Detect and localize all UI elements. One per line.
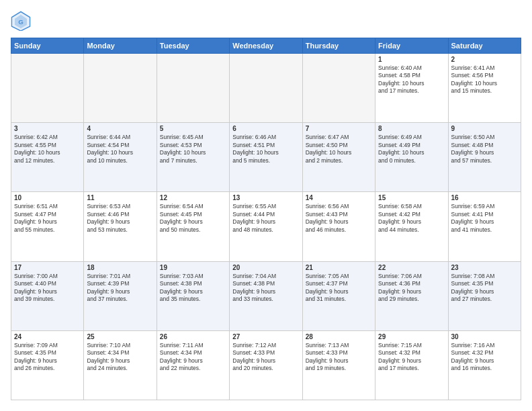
weekday-header-wednesday: Wednesday xyxy=(230,38,302,54)
day-number: 15 xyxy=(378,194,445,201)
day-info: Sunrise: 7:04 AM Sunset: 4:38 PM Dayligh… xyxy=(232,273,299,304)
calendar-cell xyxy=(84,54,157,123)
week-row-3: 10Sunrise: 6:51 AM Sunset: 4:47 PM Dayli… xyxy=(11,192,521,261)
calendar-cell: 5Sunrise: 6:45 AM Sunset: 4:53 PM Daylig… xyxy=(157,123,229,192)
day-number: 22 xyxy=(378,264,445,271)
calendar-cell: 29Sunrise: 7:15 AM Sunset: 4:32 PM Dayli… xyxy=(375,330,448,400)
day-info: Sunrise: 7:03 AM Sunset: 4:38 PM Dayligh… xyxy=(160,273,226,304)
header: G xyxy=(11,11,521,31)
day-number: 25 xyxy=(87,333,153,340)
day-number: 3 xyxy=(14,125,81,132)
logo: G xyxy=(11,11,34,31)
day-number: 24 xyxy=(14,333,81,340)
day-number: 26 xyxy=(160,333,226,340)
calendar-cell: 10Sunrise: 6:51 AM Sunset: 4:47 PM Dayli… xyxy=(11,192,84,261)
day-info: Sunrise: 6:46 AM Sunset: 4:51 PM Dayligh… xyxy=(232,134,299,165)
day-number: 28 xyxy=(306,333,372,340)
day-number: 21 xyxy=(306,264,372,271)
calendar-cell: 11Sunrise: 6:53 AM Sunset: 4:46 PM Dayli… xyxy=(84,192,157,261)
day-info: Sunrise: 6:58 AM Sunset: 4:42 PM Dayligh… xyxy=(378,203,445,234)
day-number: 7 xyxy=(306,125,372,132)
weekday-header-monday: Monday xyxy=(84,38,157,54)
calendar-cell: 14Sunrise: 6:56 AM Sunset: 4:43 PM Dayli… xyxy=(302,192,375,261)
day-number: 2 xyxy=(451,56,518,63)
calendar-cell: 3Sunrise: 6:42 AM Sunset: 4:55 PM Daylig… xyxy=(11,123,84,192)
week-row-5: 24Sunrise: 7:09 AM Sunset: 4:35 PM Dayli… xyxy=(11,330,521,400)
calendar-cell: 25Sunrise: 7:10 AM Sunset: 4:34 PM Dayli… xyxy=(84,330,157,400)
day-number: 10 xyxy=(14,194,81,201)
weekday-header-tuesday: Tuesday xyxy=(157,38,229,54)
week-row-2: 3Sunrise: 6:42 AM Sunset: 4:55 PM Daylig… xyxy=(11,123,521,192)
day-number: 8 xyxy=(378,125,445,132)
day-info: Sunrise: 7:15 AM Sunset: 4:32 PM Dayligh… xyxy=(378,342,445,373)
calendar-cell xyxy=(11,54,84,123)
day-info: Sunrise: 6:44 AM Sunset: 4:54 PM Dayligh… xyxy=(87,134,153,165)
calendar-cell xyxy=(230,54,302,123)
calendar-cell: 20Sunrise: 7:04 AM Sunset: 4:38 PM Dayli… xyxy=(230,261,302,330)
day-number: 9 xyxy=(451,125,518,132)
page: G SundayMondayTuesdayWednesdayThursdayFr… xyxy=(0,0,532,411)
calendar-table: SundayMondayTuesdayWednesdayThursdayFrid… xyxy=(11,38,521,400)
week-row-1: 1Sunrise: 6:40 AM Sunset: 4:58 PM Daylig… xyxy=(11,54,521,123)
calendar-cell: 4Sunrise: 6:44 AM Sunset: 4:54 PM Daylig… xyxy=(84,123,157,192)
day-info: Sunrise: 6:54 AM Sunset: 4:45 PM Dayligh… xyxy=(160,203,226,234)
day-number: 17 xyxy=(14,264,81,271)
svg-text:G: G xyxy=(18,18,24,26)
day-info: Sunrise: 6:55 AM Sunset: 4:44 PM Dayligh… xyxy=(232,203,299,234)
day-info: Sunrise: 6:59 AM Sunset: 4:41 PM Dayligh… xyxy=(451,203,518,234)
logo-icon: G xyxy=(11,11,31,31)
day-info: Sunrise: 6:56 AM Sunset: 4:43 PM Dayligh… xyxy=(306,203,372,234)
day-info: Sunrise: 6:53 AM Sunset: 4:46 PM Dayligh… xyxy=(87,203,153,234)
calendar-cell: 18Sunrise: 7:01 AM Sunset: 4:39 PM Dayli… xyxy=(84,261,157,330)
day-number: 4 xyxy=(87,125,153,132)
day-info: Sunrise: 6:41 AM Sunset: 4:56 PM Dayligh… xyxy=(451,64,518,95)
day-number: 27 xyxy=(232,333,299,340)
day-info: Sunrise: 6:49 AM Sunset: 4:49 PM Dayligh… xyxy=(378,134,445,165)
calendar-cell: 23Sunrise: 7:08 AM Sunset: 4:35 PM Dayli… xyxy=(448,261,521,330)
day-number: 20 xyxy=(232,264,299,271)
calendar-cell xyxy=(302,54,375,123)
calendar-cell: 12Sunrise: 6:54 AM Sunset: 4:45 PM Dayli… xyxy=(157,192,229,261)
day-number: 13 xyxy=(232,194,299,201)
day-number: 18 xyxy=(87,264,153,271)
weekday-header-sunday: Sunday xyxy=(11,38,84,54)
calendar-cell xyxy=(157,54,229,123)
day-number: 29 xyxy=(378,333,445,340)
day-info: Sunrise: 7:01 AM Sunset: 4:39 PM Dayligh… xyxy=(87,273,153,304)
day-info: Sunrise: 7:06 AM Sunset: 4:36 PM Dayligh… xyxy=(378,273,445,304)
weekday-header-row: SundayMondayTuesdayWednesdayThursdayFrid… xyxy=(11,38,521,54)
calendar-cell: 22Sunrise: 7:06 AM Sunset: 4:36 PM Dayli… xyxy=(375,261,448,330)
day-number: 12 xyxy=(160,194,226,201)
calendar-cell: 2Sunrise: 6:41 AM Sunset: 4:56 PM Daylig… xyxy=(448,54,521,123)
day-info: Sunrise: 6:40 AM Sunset: 4:58 PM Dayligh… xyxy=(378,64,445,95)
day-info: Sunrise: 7:00 AM Sunset: 4:40 PM Dayligh… xyxy=(14,273,81,304)
calendar-cell: 24Sunrise: 7:09 AM Sunset: 4:35 PM Dayli… xyxy=(11,330,84,400)
calendar-cell: 16Sunrise: 6:59 AM Sunset: 4:41 PM Dayli… xyxy=(448,192,521,261)
calendar-cell: 15Sunrise: 6:58 AM Sunset: 4:42 PM Dayli… xyxy=(375,192,448,261)
day-info: Sunrise: 7:10 AM Sunset: 4:34 PM Dayligh… xyxy=(87,342,153,373)
day-info: Sunrise: 6:42 AM Sunset: 4:55 PM Dayligh… xyxy=(14,134,81,165)
calendar-cell: 28Sunrise: 7:13 AM Sunset: 4:33 PM Dayli… xyxy=(302,330,375,400)
day-info: Sunrise: 7:16 AM Sunset: 4:32 PM Dayligh… xyxy=(451,342,518,373)
calendar-cell: 21Sunrise: 7:05 AM Sunset: 4:37 PM Dayli… xyxy=(302,261,375,330)
day-info: Sunrise: 6:51 AM Sunset: 4:47 PM Dayligh… xyxy=(14,203,81,234)
calendar-cell: 27Sunrise: 7:12 AM Sunset: 4:33 PM Dayli… xyxy=(230,330,302,400)
calendar-cell: 30Sunrise: 7:16 AM Sunset: 4:32 PM Dayli… xyxy=(448,330,521,400)
calendar-cell: 7Sunrise: 6:47 AM Sunset: 4:50 PM Daylig… xyxy=(302,123,375,192)
weekday-header-friday: Friday xyxy=(375,38,448,54)
day-number: 23 xyxy=(451,264,518,271)
day-number: 19 xyxy=(160,264,226,271)
weekday-header-saturday: Saturday xyxy=(448,38,521,54)
weekday-header-thursday: Thursday xyxy=(302,38,375,54)
day-info: Sunrise: 7:05 AM Sunset: 4:37 PM Dayligh… xyxy=(306,273,372,304)
day-info: Sunrise: 7:09 AM Sunset: 4:35 PM Dayligh… xyxy=(14,342,81,373)
day-number: 11 xyxy=(87,194,153,201)
calendar-cell: 8Sunrise: 6:49 AM Sunset: 4:49 PM Daylig… xyxy=(375,123,448,192)
week-row-4: 17Sunrise: 7:00 AM Sunset: 4:40 PM Dayli… xyxy=(11,261,521,330)
day-info: Sunrise: 7:12 AM Sunset: 4:33 PM Dayligh… xyxy=(232,342,299,373)
day-number: 1 xyxy=(378,56,445,63)
calendar-cell: 19Sunrise: 7:03 AM Sunset: 4:38 PM Dayli… xyxy=(157,261,229,330)
day-number: 5 xyxy=(160,125,226,132)
day-number: 6 xyxy=(232,125,299,132)
calendar-cell: 17Sunrise: 7:00 AM Sunset: 4:40 PM Dayli… xyxy=(11,261,84,330)
